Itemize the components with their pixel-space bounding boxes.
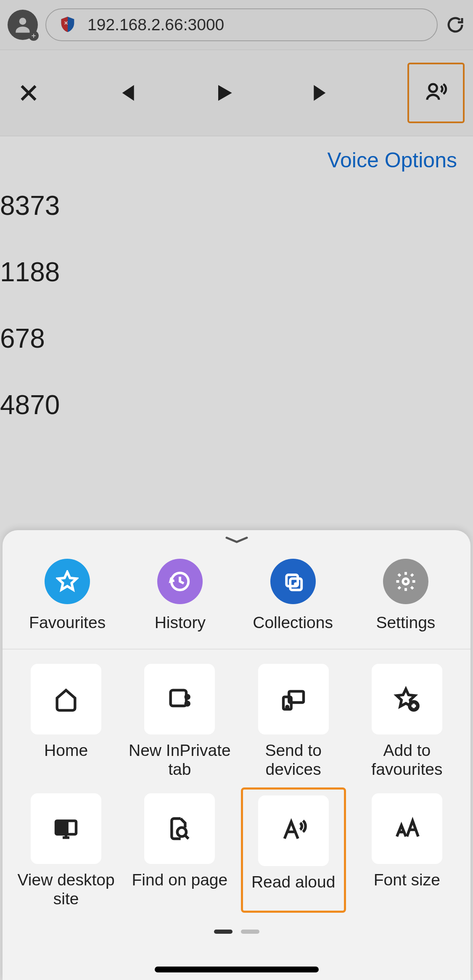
page-indicator — [3, 930, 470, 934]
find-on-page-item[interactable]: Find on page — [127, 793, 232, 913]
home-icon — [31, 664, 101, 734]
svg-point-16 — [177, 827, 186, 836]
new-inprivate-label: New InPrivate tab — [127, 741, 232, 779]
svg-rect-7 — [171, 690, 186, 706]
send-devices-label: Send to devices — [241, 741, 346, 779]
find-icon — [144, 793, 215, 864]
svg-point-6 — [403, 578, 409, 584]
add-favourites-label: Add to favourites — [354, 741, 460, 779]
read-aloud-label: Read aloud — [251, 873, 336, 911]
home-item[interactable]: Home — [13, 664, 119, 779]
sheet-handle-icon[interactable] — [3, 530, 470, 547]
address-row: + ✕ 192.168.2.66:3000 — [0, 0, 473, 50]
gear-icon — [383, 559, 428, 604]
collections-label: Collections — [253, 613, 333, 632]
send-devices-icon — [258, 664, 329, 734]
read-aloud-item[interactable]: Read aloud — [241, 787, 346, 913]
find-on-page-label: Find on page — [132, 871, 228, 909]
history-item[interactable]: History — [125, 559, 235, 632]
home-label: Home — [44, 741, 88, 779]
font-size-item[interactable]: Font size — [354, 793, 460, 913]
sheet-grid-row-1: Home New InPrivate tab Send to devices A… — [3, 650, 470, 779]
bottom-sheet: Favourites History Collections Settings — [3, 530, 470, 980]
page-number: 4870 — [0, 372, 473, 438]
play-button[interactable] — [212, 81, 236, 105]
favourites-label: Favourites — [29, 613, 106, 632]
page-number: 678 — [0, 305, 473, 372]
font-size-label: Font size — [374, 871, 440, 909]
next-button[interactable] — [310, 81, 333, 105]
page-content: 8373 1188 678 4870 — [0, 172, 473, 438]
previous-button[interactable] — [114, 81, 138, 105]
svg-text:✕: ✕ — [64, 21, 68, 26]
page-number: 8373 — [0, 172, 473, 239]
send-devices-item[interactable]: Send to devices — [241, 664, 346, 779]
dot-inactive — [241, 930, 259, 934]
collections-item[interactable]: Collections — [238, 559, 348, 632]
address-bar[interactable]: ✕ 192.168.2.66:3000 — [45, 8, 438, 41]
shield-icon: ✕ — [58, 15, 77, 34]
desktop-icon — [31, 793, 101, 864]
close-button[interactable] — [17, 81, 40, 105]
collections-icon — [270, 559, 316, 604]
refresh-button[interactable] — [445, 15, 465, 35]
history-icon — [157, 559, 203, 604]
font-size-icon — [372, 793, 442, 864]
desktop-site-item[interactable]: View desktop site — [13, 793, 119, 913]
url-text: 192.168.2.66:3000 — [87, 16, 224, 34]
svg-point-0 — [19, 18, 26, 25]
desktop-site-label: View desktop site — [13, 871, 119, 909]
add-favourites-item[interactable]: Add to favourites — [354, 664, 460, 779]
add-favourites-icon — [372, 664, 442, 734]
favourites-item[interactable]: Favourites — [13, 559, 122, 632]
profile-avatar[interactable]: + — [8, 10, 38, 40]
star-icon — [45, 559, 90, 604]
new-inprivate-item[interactable]: New InPrivate tab — [127, 664, 232, 779]
page-number: 1188 — [0, 239, 473, 305]
voice-options-link[interactable]: Voice Options — [327, 148, 457, 172]
svg-point-12 — [286, 706, 288, 708]
svg-point-2 — [429, 84, 437, 92]
media-bar — [0, 50, 473, 136]
sheet-grid-row-2: View desktop site Find on page Read alou… — [3, 779, 470, 913]
voice-options-link-row: Voice Options — [0, 136, 473, 172]
read-aloud-icon — [258, 795, 329, 866]
settings-label: Settings — [376, 613, 435, 632]
dot-active — [214, 930, 233, 934]
settings-item[interactable]: Settings — [351, 559, 460, 632]
home-indicator[interactable] — [155, 967, 319, 972]
history-label: History — [155, 613, 206, 632]
add-profile-icon: + — [29, 31, 39, 41]
sheet-top-row: Favourites History Collections Settings — [3, 547, 470, 650]
inprivate-icon — [144, 664, 215, 734]
svg-rect-15 — [58, 823, 67, 832]
voice-button[interactable] — [407, 63, 465, 123]
